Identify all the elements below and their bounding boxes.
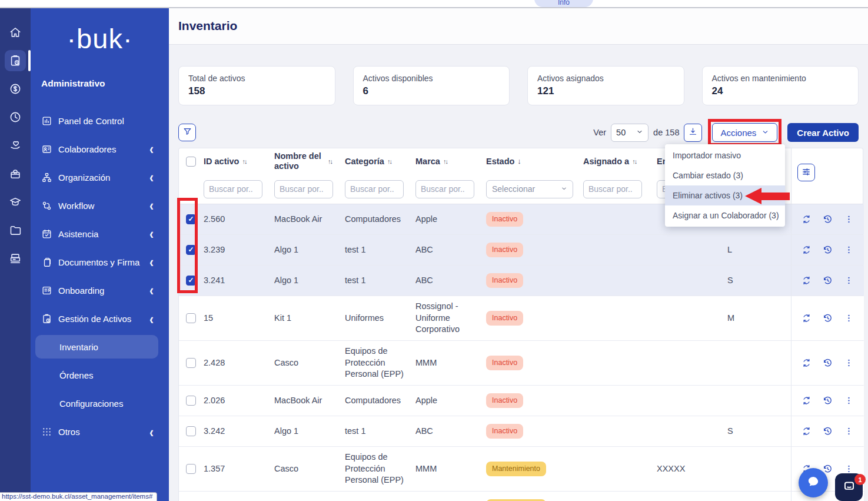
filter-select-placeholder: Seleccionar	[492, 184, 535, 194]
row-history-button[interactable]	[822, 274, 834, 287]
filter-input-category[interactable]	[345, 180, 404, 198]
row-more-button[interactable]	[843, 357, 855, 369]
table-row: 1.357CascoEquipos de Protección Personal…	[179, 447, 863, 492]
stat-card: Activos asignados121	[527, 66, 684, 105]
stat-label: Activos asignados	[537, 74, 674, 83]
chat-launcher-button[interactable]	[799, 468, 828, 497]
row-refresh-button[interactable]	[800, 425, 813, 437]
row-more-button[interactable]	[843, 244, 855, 256]
row-refresh-button[interactable]	[800, 244, 813, 256]
time-rail-item[interactable]	[5, 107, 26, 128]
benefits-rail-item[interactable]	[5, 135, 26, 156]
cell-category: test 1	[344, 235, 414, 265]
cell-id: 2.428	[202, 341, 273, 385]
culture-box-rail-item[interactable]	[5, 163, 26, 184]
annotation-box-checkboxes	[177, 198, 198, 293]
row-more-button[interactable]	[843, 213, 855, 225]
row-checkbox[interactable]	[186, 396, 196, 406]
sidebar-subitem-9[interactable]: Órdenes	[31, 361, 169, 389]
row-history-button[interactable]	[822, 312, 834, 324]
row-more-button[interactable]	[843, 394, 855, 407]
chevron-left-icon: ‹	[149, 198, 154, 213]
cell-name: Algo 1	[273, 416, 344, 446]
column-header[interactable]: Asignado a↑↓	[582, 148, 656, 174]
page-size-label: Ver	[593, 128, 606, 137]
sidebar-item-6[interactable]: Onboarding‹	[31, 276, 169, 304]
asset-clipboard-rail-item[interactable]	[5, 50, 26, 71]
row-refresh-button[interactable]	[800, 357, 813, 369]
row-history-button[interactable]	[822, 357, 834, 369]
sidebar-item-7[interactable]: Gestión de Activos‹	[31, 304, 169, 333]
row-refresh-button[interactable]	[800, 312, 813, 324]
actions-menu-item-3[interactable]: Asignar a un Colaborador (3)	[665, 205, 785, 225]
filter-input-name[interactable]	[274, 180, 333, 198]
page-size-select[interactable]: 50	[611, 124, 648, 142]
sidebar-subitem-10[interactable]: Configuraciones	[31, 389, 169, 417]
sidebar-item-11[interactable]: Otros‹	[31, 417, 169, 446]
chevron-down-icon	[636, 128, 643, 137]
chat-notification-badge: 1	[854, 474, 866, 485]
sidebar-item-0[interactable]: Panel de Control	[31, 107, 169, 135]
sidebar-item-label: Colaboradores	[58, 144, 149, 154]
documents-icon	[41, 257, 52, 268]
row-checkbox[interactable]	[186, 313, 196, 323]
sidebar-item-3[interactable]: Workflow‹	[31, 191, 169, 220]
column-header[interactable]: Marca↑↓	[414, 148, 485, 174]
row-more-button[interactable]	[843, 312, 855, 324]
download-icon	[688, 127, 698, 138]
row-more-button[interactable]	[843, 425, 855, 437]
row-checkbox[interactable]	[186, 426, 196, 436]
column-header[interactable]: Nombre del activo↑↓	[273, 148, 344, 174]
actions-menu-item-1[interactable]: Cambiar estado (3)	[665, 165, 785, 185]
row-history-button[interactable]	[822, 244, 834, 256]
column-header[interactable]: ID activo↑↓	[202, 148, 273, 174]
cell-brand: MMM	[414, 447, 485, 491]
chevron-left-icon: ‹	[149, 226, 154, 241]
row-checkbox[interactable]	[186, 358, 196, 368]
cell-assigned	[582, 204, 656, 234]
row-refresh-button[interactable]	[800, 213, 813, 225]
sidebar-item-2[interactable]: Organización‹	[31, 163, 169, 191]
sidebar-subitem-8[interactable]: Inventario	[31, 333, 169, 361]
cell-category: test 1	[344, 492, 414, 501]
filter-input-brand[interactable]	[415, 180, 474, 198]
cell-em	[656, 235, 726, 265]
filter-input-id[interactable]	[204, 180, 262, 198]
chevron-down-icon	[561, 184, 567, 194]
row-history-button[interactable]	[822, 425, 834, 437]
row-refresh-button[interactable]	[800, 394, 813, 407]
select-all-checkbox[interactable]	[186, 157, 196, 167]
page-size-value: 50	[616, 128, 626, 137]
actions-dropdown-button[interactable]: Acciones	[712, 123, 777, 142]
cell-brand: Apple	[414, 386, 485, 416]
download-button[interactable]	[684, 124, 702, 142]
cell-category: Uniformes	[344, 296, 414, 340]
table-row: 2.026MacBook AirComputadoresAppleInactiv…	[179, 386, 863, 416]
sidebar-item-1[interactable]: Colaboradores‹	[31, 135, 169, 163]
cell-assigned	[582, 341, 656, 385]
column-header-label: Estado	[486, 157, 514, 167]
column-settings-button[interactable]	[797, 164, 815, 181]
actions-menu-item-0[interactable]: Importador masivo	[665, 145, 785, 165]
column-header[interactable]: Estado↓	[485, 148, 582, 174]
row-history-button[interactable]	[822, 394, 834, 407]
education-rail-item[interactable]	[5, 191, 26, 213]
column-header-label: ID activo	[204, 157, 239, 167]
cell-brand: ABC	[414, 492, 485, 501]
filter-select-estado[interactable]: Seleccionar	[486, 180, 573, 198]
sort-desc-icon: ↓	[517, 157, 521, 166]
folder-rail-item[interactable]	[5, 220, 26, 241]
home-rail-item[interactable]	[5, 22, 26, 43]
row-refresh-button[interactable]	[800, 274, 813, 287]
filter-button[interactable]	[178, 124, 196, 141]
row-checkbox[interactable]	[186, 464, 196, 474]
create-asset-button[interactable]: Crear Activo	[787, 123, 859, 142]
archive-rail-item[interactable]	[5, 248, 26, 269]
sidebar-item-5[interactable]: Documentos y Firma‹	[31, 248, 169, 276]
column-header[interactable]: Categoría↑↓	[344, 148, 414, 174]
filter-input-assigned[interactable]	[583, 180, 642, 198]
row-more-button[interactable]	[843, 274, 855, 287]
payments-rail-item[interactable]	[5, 78, 26, 99]
row-history-button[interactable]	[822, 213, 834, 225]
sidebar-item-4[interactable]: Asistencia‹	[31, 220, 169, 248]
